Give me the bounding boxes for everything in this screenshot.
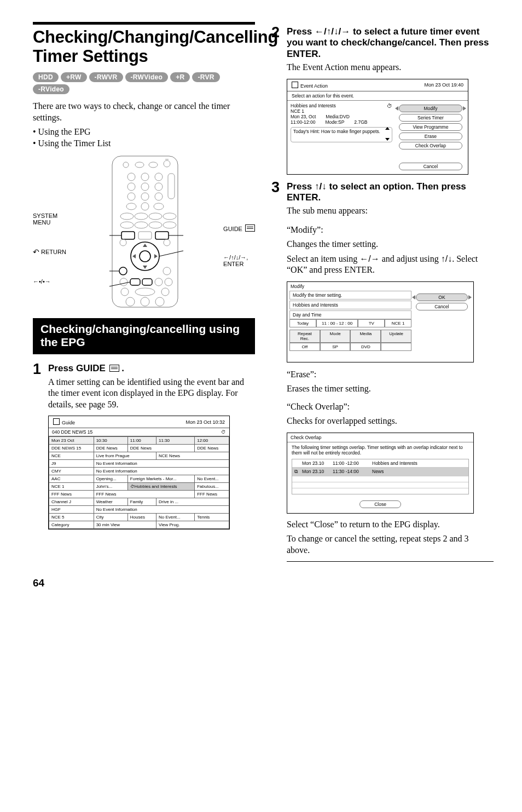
table-row: Channel JWeatherFamilyDrive in ... xyxy=(49,498,229,506)
label-dot-nav: ←•/•→ xyxy=(33,278,66,285)
modify-btn-cancel[interactable]: Cancel xyxy=(416,303,468,310)
label-arrows-enter: ←/↑/↓/→,ENTER xyxy=(223,254,255,267)
badge-rwvideo: -RWVideo xyxy=(125,72,169,82)
highlighted-event: ⏱Hobbies and Interests xyxy=(127,483,194,491)
page-title: Checking/Changing/Cancelling Timer Setti… xyxy=(33,28,255,66)
end-rule xyxy=(287,561,494,562)
overlap-after2: To change or cancel the setting, repeat … xyxy=(287,533,494,556)
guide-ui-channel: 040 DDE NEWS 15 xyxy=(52,429,92,435)
badge-plusrw: +RW xyxy=(61,72,87,82)
overlap-row-1: Mon 23.10 11:00 -12:00 Hobbies and Inter… xyxy=(292,459,468,468)
guide-col-1: 10:30 xyxy=(94,437,127,445)
step-1-head: Press GUIDE . xyxy=(48,363,255,374)
modify-desc: Changes the timer setting. xyxy=(287,239,494,250)
step-2-head: Press ←/↑/↓/→ to select a future timer e… xyxy=(287,26,494,60)
modify-media-val: DVD xyxy=(350,343,381,351)
step-1-number: 1 xyxy=(33,362,48,377)
badge-rvideo: -RVideo xyxy=(33,84,69,94)
tv-icon xyxy=(292,82,298,88)
guide-col-2: 11:00 xyxy=(127,437,156,445)
badge-hdd: HDD xyxy=(33,72,59,82)
page-number: 64 xyxy=(33,577,494,589)
overlap-row-2: ⧉ Mon 23.10 11:30 -14:00 News xyxy=(292,468,468,476)
modify-mode-val: SP xyxy=(320,343,351,351)
caret-down-icon xyxy=(385,138,390,141)
clock-icon: ⏱ xyxy=(387,103,392,125)
guide-icon-inline xyxy=(109,365,119,372)
section-heading: Checking/changing/cancelling using the E… xyxy=(33,318,255,354)
event-action-ui: Event Action Mon 23 Oct 19:40 Select an … xyxy=(287,79,468,175)
guide-ui-clock: Mon 23 Oct 10:32 xyxy=(185,419,225,425)
overlap-btn-close[interactable]: Close xyxy=(359,500,401,508)
modify-label: “Modify”: xyxy=(287,224,494,235)
ea-btn-erase[interactable]: Erase xyxy=(399,133,462,140)
step-3: 3 Press ↑/↓ to select an option. Then pr… xyxy=(271,180,494,217)
event-action-clock: Mon 23 Oct 19:40 xyxy=(424,82,463,88)
ea-media: Media:DVD xyxy=(326,114,349,119)
modify-sub1: Modify the timer setting. xyxy=(289,291,411,300)
table-row: FFF NewsFFF NewsFFF News xyxy=(49,491,229,498)
modify-sub2: Hobbies and Interests xyxy=(289,301,411,309)
overlap-after1: Select “Close” to return to the EPG disp… xyxy=(287,519,494,530)
table-row: J9No Event Information xyxy=(49,460,229,468)
overlap-ui-msg: The following timer settings overlap. Ti… xyxy=(287,442,473,458)
overlap-desc: Checks for overlapped settings. xyxy=(287,416,494,427)
event-action-title: Event Action xyxy=(300,83,328,89)
modify-hdr-repeat: Repeat Rec. xyxy=(289,330,320,343)
guide-grid: Mon 23 Oct 10:30 11:00 11:30 12:00 DDE N… xyxy=(49,436,229,529)
modify-desc2: Select an item using ←/→ and adjust usin… xyxy=(287,254,494,276)
clock-icon: ⏱ xyxy=(221,429,226,435)
tv-icon xyxy=(53,418,60,425)
modify-ui: Modify Modify the timer setting. Hobbies… xyxy=(287,281,474,362)
overlap-label: “Check Overlap”: xyxy=(287,401,494,412)
modify-sub3: Day and Time xyxy=(289,310,411,319)
overlap-ui-title: Check Overlap xyxy=(287,433,473,442)
ea-mode: Mode:SP xyxy=(325,119,344,125)
section-rule xyxy=(33,22,255,25)
ea-time: 11:00-12:00 xyxy=(291,119,315,125)
erase-desc: Erases the timer setting. xyxy=(287,383,494,394)
guide-footer-row: Category30 min ViewView Prog. xyxy=(49,521,229,529)
label-system-menu: SYSTEM MENU xyxy=(33,212,66,226)
event-action-subtitle: Select an action for this event. xyxy=(287,91,468,101)
page-title-text: Checking/Changing/Cancelling Timer Setti… xyxy=(33,27,278,66)
ea-hint: Today's Hint: How to make finger puppets… xyxy=(293,129,380,134)
intro-bullets: Using the EPG Using the Timer List xyxy=(33,126,255,149)
modify-day: Today xyxy=(289,319,316,327)
guide-col-3: 11:30 xyxy=(156,437,194,445)
badge-rvr: -RVR xyxy=(192,72,219,82)
ea-btn-cancel[interactable]: Cancel xyxy=(399,163,462,170)
table-row: NCE 1John's...⏱Hobbies and InterestsFabu… xyxy=(49,483,229,491)
modify-hdr-mode: Mode xyxy=(320,330,351,343)
modify-update-val xyxy=(381,343,411,351)
bullet-timer-list: Using the Timer List xyxy=(33,138,255,149)
step-3-head: Press ↑/↓ to select an option. Then pres… xyxy=(287,181,494,204)
modify-ui-title: Modify xyxy=(287,282,473,291)
ea-date: Mon 23, Oct xyxy=(291,114,316,119)
media-badges: HDD +RW -RWVR -RWVideo +R -RVR -RVideo xyxy=(33,72,255,94)
modify-time-range: 11 : 00 - 12 : 00 xyxy=(316,319,358,327)
modify-btn-ok[interactable]: OK xyxy=(416,293,468,301)
ea-btn-view[interactable]: View Programme xyxy=(399,123,462,131)
ea-btn-series[interactable]: Series Timer xyxy=(399,114,462,122)
table-row: HGFNo Event Information xyxy=(49,506,229,514)
remote-diagram: SYSTEM MENU ↶ RETURN ←•/•→ xyxy=(33,155,255,308)
ea-size: 2.7GB xyxy=(354,119,367,125)
step-2-text: The Event Action menu appears. xyxy=(287,62,494,73)
ea-btn-overlap[interactable]: Check Overlap xyxy=(399,142,462,149)
ea-btn-modify[interactable]: Modify xyxy=(399,105,462,112)
modify-hdr-update: Update xyxy=(381,330,411,343)
guide-ui: Guide Mon 23 Oct 10:32 040 DDE NEWS 15 ⏱… xyxy=(48,416,230,529)
intro-paragraph: There are two ways to check, change or c… xyxy=(33,101,255,123)
step-1: 1 Press GUIDE . A timer setting can be i… xyxy=(33,362,255,410)
overlap-ui: Check Overlap The following timer settin… xyxy=(287,433,474,514)
guide-ui-title: Guide xyxy=(62,420,75,425)
step-3-number: 3 xyxy=(271,180,287,195)
table-row: NCELive from PragueNCE News xyxy=(49,452,229,460)
label-guide: GUIDE xyxy=(223,224,255,232)
badge-plusr: +R xyxy=(170,72,190,82)
guide-col-4: 12:00 xyxy=(195,437,229,445)
table-row: NCE 5CityHousesNo Event...Tennis xyxy=(49,514,229,521)
table-row: CMYNo Event Information xyxy=(49,468,229,475)
guide-col-0: Mon 23 Oct xyxy=(49,437,94,445)
